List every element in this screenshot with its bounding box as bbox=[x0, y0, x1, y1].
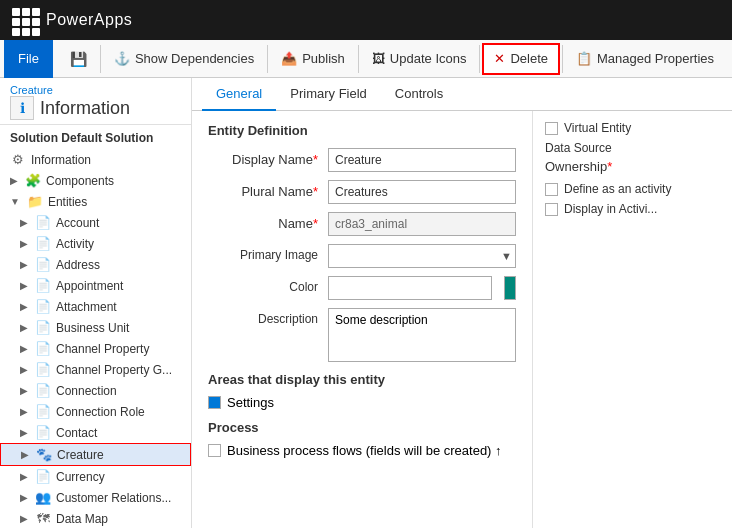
primary-image-select-wrap: ▼ bbox=[328, 244, 516, 268]
expand-icon-customer_relations: ▶ bbox=[20, 492, 28, 503]
nav-label-contact: Contact bbox=[56, 426, 97, 440]
nav-item-connection[interactable]: ▶📄Connection bbox=[0, 380, 191, 401]
nav-item-entities[interactable]: ▼📁Entities bbox=[0, 191, 191, 212]
nav-item-appointment[interactable]: ▶📄Appointment bbox=[0, 275, 191, 296]
color-swatch[interactable] bbox=[504, 276, 516, 300]
nav-item-channel_property_g[interactable]: ▶📄Channel Property G... bbox=[0, 359, 191, 380]
delete-button[interactable]: ✕ Delete bbox=[482, 43, 560, 75]
define-as-activity-row: Define as an activity bbox=[545, 182, 720, 196]
display-name-input[interactable] bbox=[328, 148, 516, 172]
expand-icon-channel_property_g: ▶ bbox=[20, 364, 28, 375]
define-as-activity-label: Define as an activity bbox=[564, 182, 671, 196]
name-input[interactable] bbox=[328, 212, 516, 236]
top-bar: PowerApps bbox=[0, 0, 732, 40]
business-process-flows-label: Business process flows (fields will be c… bbox=[227, 443, 502, 458]
entity-title-row: ℹ Information bbox=[10, 96, 181, 120]
areas-section: Areas that display this entity Settings bbox=[208, 372, 516, 410]
display-in-activity-label: Display in Activi... bbox=[564, 202, 657, 216]
display-in-activity-row: Display in Activi... bbox=[545, 202, 720, 216]
expand-icon-address: ▶ bbox=[20, 259, 28, 270]
ribbon-separator-1 bbox=[100, 45, 101, 73]
nav-item-channel_property[interactable]: ▶📄Channel Property bbox=[0, 338, 191, 359]
plural-name-input[interactable] bbox=[328, 180, 516, 204]
nav-icon-customer_relations: 👥 bbox=[35, 490, 51, 505]
content-area: Creature ℹ Information Solution Default … bbox=[0, 78, 732, 528]
nav-item-creature[interactable]: ▶🐾Creature bbox=[0, 443, 191, 466]
entity-header: Creature ℹ Information bbox=[0, 78, 191, 125]
publish-button[interactable]: 📤 Publish bbox=[270, 43, 356, 75]
nav-icon-components: 🧩 bbox=[25, 173, 41, 188]
nav-icon-address: 📄 bbox=[35, 257, 51, 272]
settings-checkbox[interactable] bbox=[208, 396, 221, 409]
nav-item-contact[interactable]: ▶📄Contact bbox=[0, 422, 191, 443]
nav-label-customer_relations: Customer Relations... bbox=[56, 491, 171, 505]
primary-image-input[interactable] bbox=[328, 244, 516, 268]
settings-row: Settings bbox=[208, 395, 516, 410]
nav-label-appointment: Appointment bbox=[56, 279, 123, 293]
nav-item-account[interactable]: ▶📄Account bbox=[0, 212, 191, 233]
tab-controls[interactable]: Controls bbox=[381, 78, 457, 111]
color-input[interactable] bbox=[328, 276, 492, 300]
settings-label: Settings bbox=[227, 395, 274, 410]
display-in-activity-checkbox[interactable] bbox=[545, 203, 558, 216]
expand-icon-business_unit: ▶ bbox=[20, 322, 28, 333]
expand-icon-components: ▶ bbox=[10, 175, 18, 186]
nav-icon-appointment: 📄 bbox=[35, 278, 51, 293]
file-button[interactable]: File bbox=[4, 40, 53, 78]
nav-label-account: Account bbox=[56, 216, 99, 230]
define-as-activity-checkbox[interactable] bbox=[545, 183, 558, 196]
breadcrumb[interactable]: Creature bbox=[10, 84, 181, 96]
update-icons-label: Update Icons bbox=[390, 51, 467, 66]
color-row: Color bbox=[208, 276, 516, 300]
save-icon: 💾 bbox=[70, 51, 87, 67]
ribbon-separator-4 bbox=[479, 45, 480, 73]
nav-label-attachment: Attachment bbox=[56, 300, 117, 314]
entity-icon: ℹ bbox=[10, 96, 34, 120]
nav-label-address: Address bbox=[56, 258, 100, 272]
show-dependencies-button[interactable]: ⚓ Show Dependencies bbox=[103, 43, 265, 75]
expand-icon-creature: ▶ bbox=[21, 449, 29, 460]
nav-item-connection_role[interactable]: ▶📄Connection Role bbox=[0, 401, 191, 422]
plural-name-label: Plural Name* bbox=[208, 180, 318, 199]
nav-item-data_map[interactable]: ▶🗺Data Map bbox=[0, 508, 191, 528]
nav-item-currency[interactable]: ▶📄Currency bbox=[0, 466, 191, 487]
form-left: Entity Definition Display Name* Plural N… bbox=[192, 111, 532, 528]
virtual-entity-checkbox[interactable] bbox=[545, 122, 558, 135]
expand-icon-attachment: ▶ bbox=[20, 301, 28, 312]
nav-icon-contact: 📄 bbox=[35, 425, 51, 440]
nav-item-information[interactable]: ⚙Information bbox=[0, 149, 191, 170]
nav-item-components[interactable]: ▶🧩Components bbox=[0, 170, 191, 191]
form-right: Virtual Entity Data Source Ownership* De… bbox=[532, 111, 732, 528]
primary-image-label: Primary Image bbox=[208, 244, 318, 262]
tab-primary-field[interactable]: Primary Field bbox=[276, 78, 381, 111]
expand-icon-channel_property: ▶ bbox=[20, 343, 28, 354]
expand-icon-connection_role: ▶ bbox=[20, 406, 28, 417]
nav-item-activity[interactable]: ▶📄Activity bbox=[0, 233, 191, 254]
color-label: Color bbox=[208, 276, 318, 294]
nav-item-address[interactable]: ▶📄Address bbox=[0, 254, 191, 275]
nav-icon-currency: 📄 bbox=[35, 469, 51, 484]
right-panel: General Primary Field Controls Entity De… bbox=[192, 78, 732, 528]
nav-icon-account: 📄 bbox=[35, 215, 51, 230]
nav-icon-business_unit: 📄 bbox=[35, 320, 51, 335]
nav-icon-creature: 🐾 bbox=[36, 447, 52, 462]
nav-item-attachment[interactable]: ▶📄Attachment bbox=[0, 296, 191, 317]
nav-item-business_unit[interactable]: ▶📄Business Unit bbox=[0, 317, 191, 338]
app-title: PowerApps bbox=[46, 11, 132, 29]
tab-general[interactable]: General bbox=[202, 78, 276, 111]
waffle-icon[interactable] bbox=[10, 6, 38, 34]
left-panel: Creature ℹ Information Solution Default … bbox=[0, 78, 192, 528]
nav-label-channel_property_g: Channel Property G... bbox=[56, 363, 172, 377]
business-process-flows-checkbox[interactable] bbox=[208, 444, 221, 457]
managed-properties-label: Managed Properties bbox=[597, 51, 714, 66]
nav-label-currency: Currency bbox=[56, 470, 105, 484]
update-icons-button[interactable]: 🖼 Update Icons bbox=[361, 43, 478, 75]
update-icons-icon: 🖼 bbox=[372, 51, 385, 66]
name-row: Name* bbox=[208, 212, 516, 236]
show-dependencies-label: Show Dependencies bbox=[135, 51, 254, 66]
save-button[interactable]: 💾 bbox=[59, 43, 98, 75]
managed-properties-button[interactable]: 📋 Managed Properties bbox=[565, 43, 725, 75]
description-textarea[interactable]: Some description bbox=[328, 308, 516, 362]
nav-item-customer_relations[interactable]: ▶👥Customer Relations... bbox=[0, 487, 191, 508]
virtual-entity-label: Virtual Entity bbox=[564, 121, 631, 135]
